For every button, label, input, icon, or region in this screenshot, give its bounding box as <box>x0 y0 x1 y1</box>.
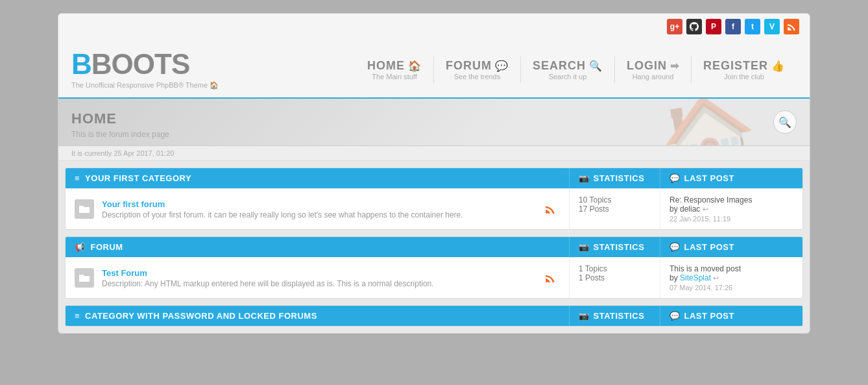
lastpost-icon-1: 💬 <box>669 173 681 183</box>
logo-subtitle: The Unofficial Responsive PhpBB® Theme 🏠 <box>71 81 219 90</box>
stats-icon-3: 📷 <box>579 311 590 321</box>
lastpost-date-2: 07 May 2014, 17:26 <box>669 284 793 292</box>
forum-desc-1: Description of your first forum. it can … <box>102 210 533 219</box>
forum-sub: See the trends <box>454 73 501 81</box>
stats-label-3: STATISTICS <box>594 311 645 321</box>
logo-b: B <box>71 48 91 80</box>
github-icon[interactable] <box>686 19 702 34</box>
hero-search-button[interactable]: 🔍 <box>773 110 797 134</box>
login-sub: Hang around <box>633 73 674 81</box>
category-3: ≡ CATEGORY WITH PASSWORD AND LOCKED FORU… <box>65 305 803 327</box>
page-description: This is the forum index page <box>71 130 797 139</box>
login-icon: ➡ <box>670 60 679 72</box>
lastpost-label-1: LAST POST <box>684 173 734 183</box>
forum-posts-2: 1 Posts <box>579 273 651 282</box>
subtitle-icon: 🏠 <box>210 81 219 89</box>
category-1-header: ≡ YOUR FIRST CATEGORY 📷 STATISTICS 💬 LAS… <box>66 168 802 188</box>
forum-folder-icon-2 <box>75 268 94 288</box>
forum-folder-icon-1 <box>75 199 94 219</box>
forum-title-2[interactable]: Test Forum <box>102 268 147 278</box>
category-1-title: YOUR FIRST CATEGORY <box>85 173 191 183</box>
twitter-icon[interactable]: t <box>745 19 760 34</box>
category-2-title: FORUM <box>91 242 123 252</box>
lastpost-view-icon-2: ↩ <box>713 274 719 282</box>
category-2-icon: 📢 <box>75 242 86 252</box>
register-label: REGISTER <box>703 59 768 73</box>
register-icon: 👍 <box>771 60 785 72</box>
stats-label-2: STATISTICS <box>594 242 645 252</box>
forum-lastpost-1: Re: Responsive Images by deliac ↩ 22 Jan… <box>660 189 802 229</box>
category-2: 📢 FORUM 📷 STATISTICS 💬 LAST POST Test Fo… <box>65 236 803 299</box>
nav-register[interactable]: REGISTER 👍 Join the club <box>692 56 797 83</box>
forum-rss-2[interactable] <box>540 273 560 282</box>
forum-row-2: Test Forum Description: Any HTML markup … <box>66 257 802 298</box>
lastpost-label-3: LAST POST <box>684 311 734 321</box>
timestamp-bar: It is currently 25 Apr 2017, 01:20 <box>58 146 810 161</box>
nav-login[interactable]: LOGIN ➡ Hang around <box>615 56 692 83</box>
home-sub: The Main stuff <box>372 73 417 81</box>
category-1-icon: ≡ <box>75 173 80 183</box>
nav-home[interactable]: HOME 🏠 The Main stuff <box>356 56 434 83</box>
nav-forum[interactable]: FORUM 💬 See the trends <box>434 56 521 83</box>
logo-rest: BOOTS <box>91 48 189 80</box>
lastpost-icon-3: 💬 <box>669 311 681 321</box>
forum-icon: 💬 <box>495 60 509 72</box>
social-bar: g+ P f t V <box>58 14 810 40</box>
lastpost-title-1: Re: Responsive Images <box>669 195 793 205</box>
category-3-header: ≡ CATEGORY WITH PASSWORD AND LOCKED FORU… <box>66 306 802 326</box>
main-nav: HOME 🏠 The Main stuff FORUM 💬 See the tr… <box>356 56 797 83</box>
forum-label: FORUM <box>446 59 492 73</box>
hero-search-icon: 🔍 <box>778 116 791 129</box>
forum-rss-1[interactable] <box>540 205 560 214</box>
vimeo-icon[interactable]: V <box>764 19 780 34</box>
forum-lastpost-2: This is a moved post by SiteSplat ↩ 07 M… <box>660 258 802 298</box>
rss-icon[interactable] <box>784 19 799 34</box>
lastpost-by-1: by deliac ↩ <box>669 205 793 214</box>
lastpost-label-2: LAST POST <box>684 242 734 252</box>
register-sub: Join the club <box>724 73 764 81</box>
timestamp: It is currently 25 Apr 2017, 01:20 <box>71 149 174 157</box>
search-label: SEARCH <box>533 59 586 73</box>
forum-desc-2: Description: Any HTML markup entered her… <box>102 279 533 288</box>
forum-title-1[interactable]: Your first forum <box>102 199 165 209</box>
facebook-icon[interactable]: f <box>725 19 741 34</box>
header: BBOOTS The Unofficial Responsive PhpBB® … <box>58 40 810 99</box>
stats-icon-2: 📷 <box>579 242 590 252</box>
hero-section: 🏠 HOME This is the forum index page 🔍 <box>58 99 810 146</box>
forum-topics-2: 1 Topics <box>579 264 651 273</box>
logo[interactable]: BBOOTS <box>71 50 219 79</box>
category-3-icon: ≡ <box>75 311 80 321</box>
forum-posts-1: 17 Posts <box>579 205 651 214</box>
pinterest-icon[interactable]: P <box>706 19 721 34</box>
google-plus-icon[interactable]: g+ <box>667 19 682 34</box>
logo-area: BBOOTS The Unofficial Responsive PhpBB® … <box>71 50 219 90</box>
nav-search[interactable]: SEARCH 🔍 Search it up <box>521 56 615 83</box>
category-1: ≡ YOUR FIRST CATEGORY 📷 STATISTICS 💬 LAS… <box>65 168 803 230</box>
main-container: g+ P f t V BBOOTS The Unofficial Respons… <box>58 13 810 334</box>
forum-topics-1: 10 Topics <box>579 195 651 205</box>
home-icon: 🏠 <box>408 60 422 72</box>
category-2-header: 📢 FORUM 📷 STATISTICS 💬 LAST POST <box>66 237 802 257</box>
login-label: LOGIN <box>627 59 667 73</box>
lastpost-link-2[interactable]: SiteSplat <box>680 273 711 282</box>
page-title: HOME <box>71 110 797 127</box>
lastpost-title-2: This is a moved post <box>669 264 793 273</box>
forum-row-1: Your first forum Description of your fir… <box>66 188 802 229</box>
lastpost-by-2: by SiteSplat ↩ <box>669 273 793 282</box>
forum-stats-2: 1 Topics 1 Posts <box>569 258 660 298</box>
lastpost-date-1: 22 Jan 2015, 11:19 <box>669 215 793 223</box>
search-sub: Search it up <box>549 73 587 81</box>
lastpost-icon-2: 💬 <box>669 242 681 252</box>
forum-stats-1: 10 Topics 17 Posts <box>569 189 660 229</box>
stats-label-1: STATISTICS <box>594 173 645 183</box>
search-nav-icon: 🔍 <box>589 60 603 72</box>
category-3-title: CATEGORY WITH PASSWORD AND LOCKED FORUMS <box>85 311 317 321</box>
lastpost-view-icon-1: ↩ <box>703 205 708 213</box>
stats-icon-1: 📷 <box>579 173 590 183</box>
home-label: HOME <box>367 59 405 73</box>
